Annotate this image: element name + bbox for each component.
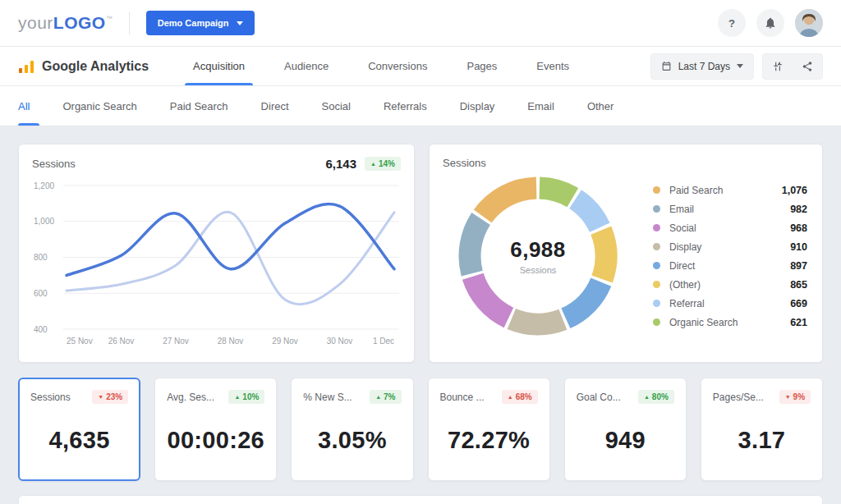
donut-slice-other[interactable] [601,231,606,279]
dashboard-content: Sessions 6,143 ▲ 14% 1,2001,000800600400… [0,126,841,504]
donut-slice-paid-search[interactable] [483,188,536,216]
kpi-header: Goal Co...▲80% [577,390,674,404]
kpi-change-value: 10% [242,392,259,401]
y-axis-tick: 1,000 [34,217,54,226]
y-axis-tick: 600 [34,289,48,298]
logo-text-gray: your [18,13,53,33]
donut-slice-direct[interactable] [566,282,601,318]
notifications-button[interactable] [756,9,784,37]
legend-dot-icon [653,318,660,326]
logo-text-blue: LOGO [53,13,106,33]
tab-acquisition[interactable]: Acquisition [173,47,264,85]
legend-dot-icon [653,281,660,288]
settings-button[interactable] [763,53,793,80]
filter-tab-referrals[interactable]: Referrals [384,86,448,126]
filter-tab-all[interactable]: All [18,86,51,126]
legend-label: Direct [669,260,790,272]
channel-filter-bar: AllOrganic SearchPaid SearchDirectSocial… [0,86,841,126]
top-bar: your LOGO ™ Demo Campaign ? [0,0,841,47]
legend-item-organic-search[interactable]: Organic Search621 [653,315,807,330]
kpi-change-value: 9% [793,392,805,401]
charts-row: Sessions 6,143 ▲ 14% 1,2001,000800600400… [18,144,823,363]
filter-tab-email[interactable]: Email [527,86,576,126]
tab-pages[interactable]: Pages [447,47,517,85]
sessions-donut-chart-card: Sessions 6,988 Sessions Paid Search1,076… [429,144,823,363]
sessions-change-value: 14% [379,159,395,168]
share-button[interactable] [793,53,822,80]
y-axis-tick: 1,200 [34,181,54,190]
filter-tab-organic-search[interactable]: Organic Search [62,86,158,126]
share-icon [802,61,813,72]
kpi-value: 3.17 [713,427,811,454]
date-range-button[interactable]: Last 7 Days [650,53,754,80]
kpi-card-avg-ses[interactable]: Avg. Ses...▲10%00:00:26 [154,378,277,481]
sliders-icon [772,61,784,72]
kpi-value: 00:00:26 [167,427,264,454]
sessions-total: 6,143 [326,157,357,171]
line-series-current-period [67,204,394,276]
analytics-nav-bar: Google Analytics AcquisitionAudienceConv… [0,47,841,86]
legend-item-display[interactable]: Display910 [653,240,807,254]
kpi-change-badge: ▲10% [228,390,264,404]
arrow-up-icon: ▲ [375,394,381,400]
sessions-line-chart-card: Sessions 6,143 ▲ 14% 1,2001,000800600400… [18,144,415,363]
legend-label: Display [669,241,790,253]
user-avatar[interactable] [795,9,823,37]
donut-slice-display[interactable] [512,319,563,324]
donut-chart[interactable]: 6,988 Sessions [457,176,618,337]
legend-value: 982 [790,204,807,215]
kpi-label: Avg. Ses... [167,392,214,403]
analytics-tabs: AcquisitionAudienceConversionsPagesEvent… [173,47,589,85]
legend-item-email[interactable]: Email982 [653,202,807,217]
logo-trademark: ™ [106,15,113,22]
kpi-header: Bounce ...▲68% [440,390,538,404]
legend-item-social[interactable]: Social968 [653,221,807,236]
donut-slice-organic-search[interactable] [540,188,572,198]
filter-tab-other[interactable]: Other [587,86,636,126]
sessions-change-badge: ▲ 14% [365,157,401,171]
tab-conversions[interactable]: Conversions [348,47,447,85]
legend-item-direct[interactable]: Direct897 [653,259,807,273]
legend-dot-icon [653,262,660,269]
y-axis-tick: 400 [34,325,48,334]
arrow-up-icon: ▲ [508,394,513,400]
donut-slice-referral[interactable] [576,199,600,228]
filter-tab-display[interactable]: Display [460,86,517,126]
kpi-change-value: 80% [652,392,669,401]
kpi-card-goal-co[interactable]: Goal Co...▲80%949 [564,378,687,481]
x-axis-tick: 26 Nov [108,337,135,346]
campaign-selector-button[interactable]: Demo Campaign [146,11,255,35]
legend-dot-icon [653,300,660,307]
legend-label: Paid Search [669,185,782,196]
arrow-up-icon: ▲ [234,394,240,400]
legend-dot-icon [653,186,660,194]
kpi-value: 72.27% [440,427,538,454]
kpi-card-bounce[interactable]: Bounce ...▲68%72.27% [428,378,550,481]
x-axis-tick: 25 Nov [67,337,93,346]
filter-tab-social[interactable]: Social [322,86,372,126]
tab-audience[interactable]: Audience [264,47,348,85]
filter-tab-direct[interactable]: Direct [261,86,310,126]
top-actions: ? [718,9,823,37]
kpi-header: Pages/Se...▼9% [713,390,811,404]
legend-dot-icon [653,205,660,213]
help-button[interactable]: ? [718,9,746,37]
kpi-card-pages-se[interactable]: Pages/Se...▼9%3.17 [701,378,823,481]
kpi-change-value: 68% [516,392,532,401]
kpi-card-new-s[interactable]: % New S...▲7%3.05% [291,378,413,481]
tab-events[interactable]: Events [517,47,589,85]
legend-dot-icon [653,224,660,231]
legend-item-referral[interactable]: Referral669 [653,296,807,311]
filter-tab-paid-search[interactable]: Paid Search [170,86,250,126]
arrow-up-icon: ▲ [370,161,376,167]
line-chart[interactable]: 1,2001,00080060040025 Nov26 Nov27 Nov28 … [19,171,414,353]
kpi-header: Sessions▼23% [30,390,128,404]
legend-item-other[interactable]: (Other)865 [653,277,807,292]
kpi-card-sessions[interactable]: Sessions▼23%4,635 [18,378,140,481]
donut-legend: Paid Search1,076Email982Social968Display… [653,183,807,330]
analytics-brand-name: Google Analytics [42,59,149,74]
legend-item-paid-search[interactable]: Paid Search1,076 [653,183,807,198]
donut-slice-social[interactable] [473,277,509,318]
kpi-change-badge: ▼23% [92,390,128,404]
donut-slice-email[interactable] [470,218,481,273]
